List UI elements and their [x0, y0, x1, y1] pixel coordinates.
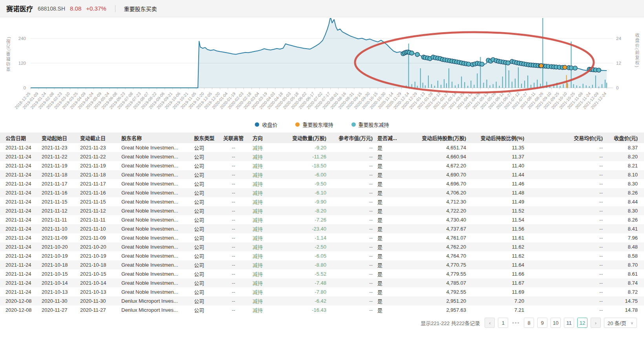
table-cell: 减持 — [250, 287, 281, 296]
table-cell: 减持 — [250, 278, 281, 287]
table-cell: 8.26 — [605, 188, 644, 197]
table-cell: 4,770.75 — [402, 260, 468, 269]
table-row[interactable]: 2021-11-242021-11-232021-11-23Great Nobl… — [0, 143, 644, 152]
page-button-9[interactable]: 9 — [537, 318, 547, 328]
prev-page-button[interactable]: ‹ — [485, 318, 495, 328]
table-cell: 2021-11-24 — [0, 278, 39, 287]
table-cell: -- — [329, 233, 375, 242]
legend-item[interactable]: 重要股东减持 — [351, 121, 389, 128]
table-cell: 4,651.74 — [402, 143, 468, 152]
table-cell: 2021-10-20 — [78, 242, 119, 251]
table-cell: 2,957.63 — [402, 305, 468, 315]
table-cell: -- — [217, 143, 250, 152]
table-cell: -- — [527, 152, 605, 161]
table-row[interactable]: 2021-11-242021-10-192021-10-19Great Nobl… — [0, 251, 644, 260]
column-header[interactable]: 变动后持股比例(%) — [468, 133, 527, 143]
column-header[interactable]: 变动数量(万股) — [281, 133, 329, 143]
table-cell: 8.10 — [605, 170, 644, 179]
table-row[interactable]: 2021-11-242021-11-112021-11-11Great Nobl… — [0, 215, 644, 224]
table-cell: 8.74 — [605, 278, 644, 287]
page-button-11[interactable]: 11 — [564, 318, 574, 328]
table-cell: -11.26 — [281, 152, 329, 161]
table-row[interactable]: 2021-11-242021-10-182021-10-18Great Nobl… — [0, 260, 644, 269]
table-cell: 11.46 — [468, 179, 527, 188]
column-header[interactable]: 关联高管 — [217, 133, 250, 143]
column-header[interactable]: 交易均价(元) — [527, 133, 605, 143]
table-cell: 公司 — [192, 269, 217, 278]
table-cell: -- — [527, 296, 605, 305]
table-cell: -9.20 — [281, 143, 329, 152]
column-header[interactable]: 变动起始日 — [39, 133, 78, 143]
page-button-8[interactable]: 8 — [524, 318, 534, 328]
next-page-button[interactable]: › — [591, 318, 601, 328]
table-row[interactable]: 2021-11-242021-11-102021-11-10Great Nobl… — [0, 224, 644, 233]
table-cell: Great Noble Investmen... — [119, 197, 192, 206]
column-header[interactable]: 股东类型 — [192, 133, 217, 143]
table-row[interactable]: 2021-11-242021-11-192021-11-19Great Nobl… — [0, 161, 644, 170]
table-row[interactable]: 2021-11-242021-11-122021-11-12Great Nobl… — [0, 206, 644, 215]
table-cell: -- — [329, 152, 375, 161]
column-header[interactable]: 变动截止日 — [78, 133, 119, 143]
table-cell: -- — [217, 296, 250, 305]
page-button-10[interactable]: 10 — [551, 318, 561, 328]
column-header[interactable]: 收盘价(元) — [605, 133, 644, 143]
column-header[interactable]: 股东名称 — [119, 133, 192, 143]
table-row[interactable]: 2021-11-242021-11-172021-11-17Great Nobl… — [0, 179, 644, 188]
chart-canvas[interactable]: 0012012240242018-12-252019-01-092019-01-… — [0, 18, 644, 117]
table-cell: 2021-10-15 — [39, 269, 78, 278]
table-row[interactable]: 2021-11-242021-10-202021-10-20Great Nobl… — [0, 242, 644, 251]
legend-label: 重要股东增持 — [302, 121, 333, 128]
table-cell: 7.96 — [605, 233, 644, 242]
table-cell: Denlux Microport Inves... — [119, 296, 192, 305]
table-row[interactable]: 2021-11-242021-11-162021-11-16Great Nobl… — [0, 188, 644, 197]
svg-text:24: 24 — [616, 36, 621, 41]
table-cell: 公司 — [192, 197, 217, 206]
table-cell: 4,764.70 — [402, 251, 468, 260]
page-size-select[interactable]: 20 条/页 ∨ — [604, 318, 637, 328]
price-volume-chart[interactable]: 变动数量(万股) 收盘价(前复权) 0012012240242018-12-25… — [0, 17, 644, 130]
column-header[interactable]: 变动后持股数(万股) — [402, 133, 468, 143]
table-cell: -- — [329, 224, 375, 233]
table-cell: -- — [217, 197, 250, 206]
table-row[interactable]: 2021-11-242021-10-132021-10-13Great Nobl… — [0, 287, 644, 296]
table-cell: -6.00 — [281, 170, 329, 179]
chevron-right-icon: › — [595, 320, 596, 326]
table-cell: 2020-11-30 — [78, 296, 119, 305]
column-header[interactable]: 参考市值(万元) — [329, 133, 375, 143]
column-header[interactable]: 方向 — [250, 133, 281, 143]
table-row[interactable]: 2021-11-242021-11-222021-11-22Great Nobl… — [0, 152, 644, 161]
legend-item[interactable]: 重要股东增持 — [295, 121, 333, 128]
table-row[interactable]: 2021-11-242021-11-152021-11-15Great Nobl… — [0, 197, 644, 206]
table-row[interactable]: 2021-11-242021-10-142021-10-14Great Nobl… — [0, 278, 644, 287]
table-cell: 2021-11-18 — [39, 170, 78, 179]
table-cell: -- — [329, 188, 375, 197]
table-cell: 2020-11-30 — [39, 296, 78, 305]
tab-important-shareholder-trading[interactable]: 重要股东买卖 — [124, 5, 157, 13]
legend-item[interactable]: 收盘价 — [255, 121, 277, 128]
table-row[interactable]: 2020-12-082020-11-302020-11-30Denlux Mic… — [0, 296, 644, 305]
table-cell: 2,951.20 — [402, 296, 468, 305]
table-cell: 2021-11-24 — [0, 143, 39, 152]
table-cell: 2021-11-24 — [0, 233, 39, 242]
table-cell: -6.42 — [281, 296, 329, 305]
table-row[interactable]: 2021-11-242021-11-182021-11-18Great Nobl… — [0, 170, 644, 179]
table-cell: -- — [329, 161, 375, 170]
table-cell: 是 — [375, 296, 402, 305]
table-cell: 2021-11-24 — [0, 179, 39, 188]
table-cell: 2021-11-24 — [0, 206, 39, 215]
table-cell: -- — [329, 278, 375, 287]
table-row[interactable]: 2021-11-242021-11-092021-11-09Great Nobl… — [0, 233, 644, 242]
page-button-1[interactable]: 1 — [498, 318, 508, 328]
table-cell: 7.21 — [468, 305, 527, 315]
page-button-12[interactable]: 12 — [577, 318, 587, 328]
column-header[interactable]: 公告日期 — [0, 133, 39, 143]
legend-dot-icon — [351, 122, 356, 127]
table-cell: 减持 — [250, 161, 281, 170]
table-row[interactable]: 2021-11-242021-10-152021-10-15Great Nobl… — [0, 269, 644, 278]
table-row[interactable]: 2020-12-082020-11-272020-11-27Denlux Mic… — [0, 305, 644, 315]
page-ellipsis[interactable]: ••• — [511, 320, 521, 326]
table-cell: -- — [217, 179, 250, 188]
legend-dot-icon — [255, 122, 259, 127]
table-cell: 4,792.55 — [402, 287, 468, 296]
column-header[interactable]: 是否减... — [375, 133, 402, 143]
